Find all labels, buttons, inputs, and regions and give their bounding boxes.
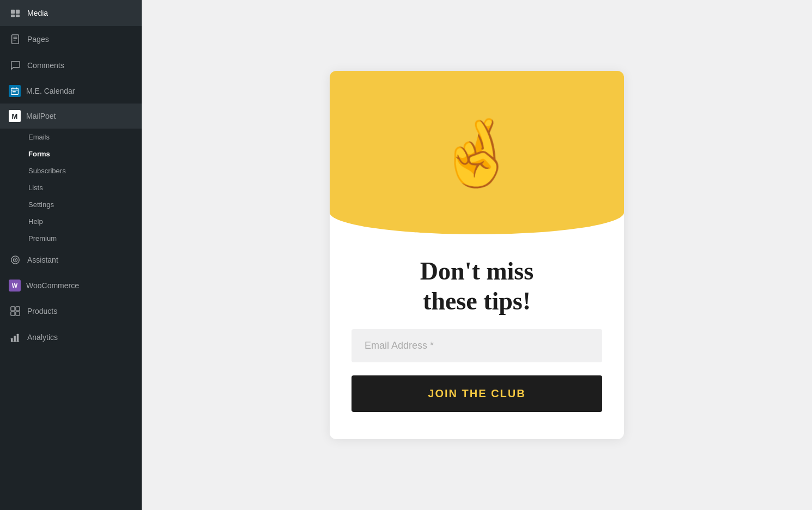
sidebar-item-products-label: Products bbox=[27, 307, 57, 315]
mailpoet-submenu: Emails Forms Subscribers Lists Settings … bbox=[0, 129, 142, 247]
media-icon bbox=[9, 7, 22, 20]
analytics-icon bbox=[9, 331, 22, 344]
svg-rect-7 bbox=[13, 40, 16, 40]
sidebar-item-assistant-label: Assistant bbox=[27, 256, 58, 264]
mailpoet-icon: M bbox=[9, 110, 21, 122]
sidebar-item-mailpoet-label: MailPoet bbox=[26, 112, 56, 120]
calendar-icon bbox=[9, 85, 21, 97]
sidebar-item-comments-label: Comments bbox=[27, 61, 64, 70]
sidebar-item-media[interactable]: Media bbox=[0, 0, 142, 26]
svg-rect-5 bbox=[13, 37, 17, 38]
svg-rect-22 bbox=[14, 336, 16, 342]
form-headline: Don't miss these tips! bbox=[420, 256, 534, 316]
join-button[interactable]: JOIN THE CLUB bbox=[352, 375, 602, 412]
submenu-item-emails[interactable]: Emails bbox=[0, 129, 142, 145]
submenu-item-forms[interactable]: Forms bbox=[0, 145, 142, 162]
submenu-item-settings[interactable]: Settings bbox=[0, 196, 142, 213]
sidebar: Media Pages Comments bbox=[0, 0, 142, 510]
sidebar-item-me-calendar[interactable]: M.E. Calendar bbox=[0, 78, 142, 104]
sidebar-item-pages-label: Pages bbox=[27, 35, 49, 44]
svg-rect-20 bbox=[16, 312, 20, 315]
sidebar-item-pages[interactable]: Pages bbox=[0, 26, 142, 52]
sidebar-item-woocommerce-label: WooCommerce bbox=[26, 281, 79, 290]
form-preview-hero: 🤞 bbox=[330, 71, 624, 234]
sidebar-item-media-label: Media bbox=[27, 9, 48, 17]
svg-rect-6 bbox=[13, 38, 17, 39]
form-preview: 🤞 Don't miss these tips! JOIN THE CLUB bbox=[330, 71, 624, 439]
svg-rect-23 bbox=[17, 334, 19, 342]
main-content: 🤞 Don't miss these tips! JOIN THE CLUB bbox=[142, 0, 812, 510]
svg-rect-12 bbox=[13, 91, 14, 92]
svg-rect-0 bbox=[11, 10, 15, 14]
svg-rect-19 bbox=[11, 312, 15, 315]
svg-rect-1 bbox=[16, 10, 20, 14]
submenu-item-lists[interactable]: Lists bbox=[0, 179, 142, 196]
svg-rect-4 bbox=[12, 35, 19, 44]
crossed-fingers-emoji: 🤞 bbox=[436, 120, 518, 185]
sidebar-item-woocommerce[interactable]: W WooCommerce bbox=[0, 273, 142, 298]
pages-icon bbox=[9, 33, 22, 46]
sidebar-item-analytics-label: Analytics bbox=[27, 333, 58, 342]
email-field[interactable] bbox=[352, 329, 602, 362]
svg-rect-18 bbox=[16, 307, 20, 311]
woo-icon: W bbox=[9, 280, 21, 292]
submenu-item-premium[interactable]: Premium bbox=[0, 230, 142, 247]
svg-point-16 bbox=[15, 259, 16, 261]
assistant-icon bbox=[9, 253, 22, 266]
sidebar-item-comments[interactable]: Comments bbox=[0, 52, 142, 78]
svg-rect-3 bbox=[16, 15, 20, 17]
svg-rect-2 bbox=[11, 15, 15, 17]
sidebar-item-products[interactable]: Products bbox=[0, 298, 142, 324]
svg-rect-13 bbox=[14, 91, 15, 92]
sidebar-item-assistant[interactable]: Assistant bbox=[0, 247, 142, 273]
sidebar-item-me-calendar-label: M.E. Calendar bbox=[26, 87, 75, 95]
submenu-item-help[interactable]: Help bbox=[0, 213, 142, 230]
form-preview-body: Don't miss these tips! JOIN THE CLUB bbox=[330, 234, 624, 439]
svg-rect-17 bbox=[11, 307, 15, 311]
comments-icon bbox=[9, 59, 22, 72]
products-icon bbox=[9, 305, 22, 318]
submenu-item-subscribers[interactable]: Subscribers bbox=[0, 162, 142, 179]
svg-rect-21 bbox=[11, 338, 13, 342]
sidebar-item-mailpoet[interactable]: M MailPoet bbox=[0, 104, 142, 129]
sidebar-item-analytics[interactable]: Analytics bbox=[0, 324, 142, 350]
